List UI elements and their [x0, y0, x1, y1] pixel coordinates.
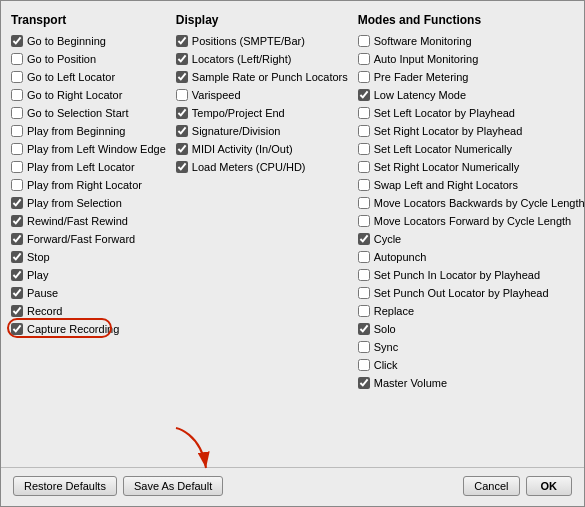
checkbox-label: Positions (SMPTE/Bar) — [192, 33, 305, 49]
modes-items: Software MonitoringAuto Input Monitoring… — [358, 33, 585, 393]
footer-right: Cancel OK — [463, 476, 572, 496]
ok-button[interactable]: OK — [526, 476, 573, 496]
checkbox-label: Software Monitoring — [374, 33, 472, 49]
checkbox-forwardfast-forward[interactable] — [11, 233, 23, 245]
checkbox-item: Solo — [358, 321, 585, 337]
checkbox-pause[interactable] — [11, 287, 23, 299]
checkbox-item: Positions (SMPTE/Bar) — [176, 33, 348, 49]
checkbox-sample-rate-or-punch-locators[interactable] — [176, 71, 188, 83]
checkbox-item: Go to Right Locator — [11, 87, 166, 103]
checkbox-item: Forward/Fast Forward — [11, 231, 166, 247]
checkbox-auto-input-monitoring[interactable] — [358, 53, 370, 65]
checkbox-play-from-beginning[interactable] — [11, 125, 23, 137]
checkbox-label: Locators (Left/Right) — [192, 51, 292, 67]
checkbox-label: Go to Right Locator — [27, 87, 122, 103]
checkbox-label: Auto Input Monitoring — [374, 51, 479, 67]
checkbox-label: Replace — [374, 303, 414, 319]
checkbox-item: Varispeed — [176, 87, 348, 103]
checkbox-set-punch-out-locator-by-playhead[interactable] — [358, 287, 370, 299]
checkbox-cycle[interactable] — [358, 233, 370, 245]
checkbox-label: Set Left Locator by Playhead — [374, 105, 515, 121]
checkbox-low-latency-mode[interactable] — [358, 89, 370, 101]
modes-header: Modes and Functions — [358, 13, 585, 27]
checkbox-item: Go to Selection Start — [11, 105, 166, 121]
checkbox-go-to-left-locator[interactable] — [11, 71, 23, 83]
checkbox-swap-left-and-right-locators[interactable] — [358, 179, 370, 191]
checkbox-tempoproject-end[interactable] — [176, 107, 188, 119]
checkbox-label: Stop — [27, 249, 50, 265]
checkbox-label: Solo — [374, 321, 396, 337]
checkbox-label: Master Volume — [374, 375, 447, 391]
cancel-button[interactable]: Cancel — [463, 476, 519, 496]
checkbox-label: Play — [27, 267, 48, 283]
save-as-default-button[interactable]: Save As Default — [123, 476, 223, 496]
checkbox-play-from-left-locator[interactable] — [11, 161, 23, 173]
checkbox-item: Load Meters (CPU/HD) — [176, 159, 348, 175]
checkbox-play[interactable] — [11, 269, 23, 281]
checkbox-positions-smptebar[interactable] — [176, 35, 188, 47]
checkbox-signaturedivision[interactable] — [176, 125, 188, 137]
checkbox-item: Low Latency Mode — [358, 87, 585, 103]
checkbox-autopunch[interactable] — [358, 251, 370, 263]
checkbox-go-to-beginning[interactable] — [11, 35, 23, 47]
checkbox-pre-fader-metering[interactable] — [358, 71, 370, 83]
checkbox-set-right-locator-by-playhead[interactable] — [358, 125, 370, 137]
checkbox-item: Software Monitoring — [358, 33, 585, 49]
checkbox-go-to-right-locator[interactable] — [11, 89, 23, 101]
checkbox-item: Go to Beginning — [11, 33, 166, 49]
checkbox-sync[interactable] — [358, 341, 370, 353]
checkbox-solo[interactable] — [358, 323, 370, 335]
checkbox-midi-activity-inout[interactable] — [176, 143, 188, 155]
checkbox-item: Rewind/Fast Rewind — [11, 213, 166, 229]
checkbox-item: Auto Input Monitoring — [358, 51, 585, 67]
checkbox-master-volume[interactable] — [358, 377, 370, 389]
checkbox-play-from-selection[interactable] — [11, 197, 23, 209]
checkbox-set-left-locator-by-playhead[interactable] — [358, 107, 370, 119]
checkbox-move-locators-forward-by-cycle-length[interactable] — [358, 215, 370, 227]
checkbox-stop[interactable] — [11, 251, 23, 263]
checkbox-play-from-right-locator[interactable] — [11, 179, 23, 191]
checkbox-set-right-locator-numerically[interactable] — [358, 161, 370, 173]
checkbox-item: Set Left Locator by Playhead — [358, 105, 585, 121]
checkbox-go-to-selection-start[interactable] — [11, 107, 23, 119]
checkbox-label: Autopunch — [374, 249, 427, 265]
checkbox-label: Signature/Division — [192, 123, 281, 139]
checkbox-label: Tempo/Project End — [192, 105, 285, 121]
checkbox-label: Go to Beginning — [27, 33, 106, 49]
checkbox-item: Pre Fader Metering — [358, 69, 585, 85]
checkbox-item: MIDI Activity (In/Out) — [176, 141, 348, 157]
checkbox-set-left-locator-numerically[interactable] — [358, 143, 370, 155]
checkbox-item: Click — [358, 357, 585, 373]
checkbox-load-meters-cpuhd[interactable] — [176, 161, 188, 173]
checkbox-item: Master Volume — [358, 375, 585, 391]
checkbox-label: Forward/Fast Forward — [27, 231, 135, 247]
checkbox-item: Play from Left Window Edge — [11, 141, 166, 157]
checkbox-label: Set Right Locator Numerically — [374, 159, 520, 175]
checkbox-capture-recording[interactable] — [11, 323, 23, 335]
restore-defaults-button[interactable]: Restore Defaults — [13, 476, 117, 496]
checkbox-item: Play from Left Locator — [11, 159, 166, 175]
checkbox-label: Cycle — [374, 231, 402, 247]
checkbox-replace[interactable] — [358, 305, 370, 317]
checkbox-varispeed[interactable] — [176, 89, 188, 101]
checkbox-item: Set Right Locator by Playhead — [358, 123, 585, 139]
checkbox-rewindfast-rewind[interactable] — [11, 215, 23, 227]
checkbox-label: Click — [374, 357, 398, 373]
checkbox-label: Move Locators Forward by Cycle Length — [374, 213, 571, 229]
dialog: Transport Go to BeginningGo to PositionG… — [0, 0, 585, 507]
checkbox-play-from-left-window-edge[interactable] — [11, 143, 23, 155]
checkbox-record[interactable] — [11, 305, 23, 317]
checkbox-software-monitoring[interactable] — [358, 35, 370, 47]
checkbox-locators-leftright[interactable] — [176, 53, 188, 65]
checkbox-item: Go to Position — [11, 51, 166, 67]
checkbox-move-locators-backwards-by-cycle-length[interactable] — [358, 197, 370, 209]
checkbox-set-punch-in-locator-by-playhead[interactable] — [358, 269, 370, 281]
checkbox-label: Play from Left Window Edge — [27, 141, 166, 157]
checkbox-go-to-position[interactable] — [11, 53, 23, 65]
checkbox-label: Play from Right Locator — [27, 177, 142, 193]
checkbox-label: Set Punch In Locator by Playhead — [374, 267, 540, 283]
checkbox-click[interactable] — [358, 359, 370, 371]
checkbox-label: Pre Fader Metering — [374, 69, 469, 85]
checkbox-label: Set Right Locator by Playhead — [374, 123, 523, 139]
checkbox-item: Play — [11, 267, 166, 283]
